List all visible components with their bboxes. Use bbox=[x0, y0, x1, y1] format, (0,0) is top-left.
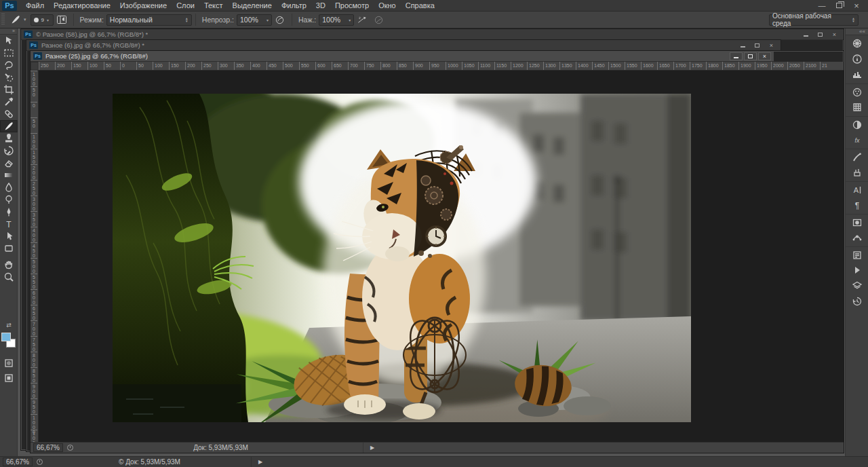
flow-select[interactable]: 100% ▾ bbox=[319, 14, 354, 26]
close-button[interactable]: × bbox=[765, 41, 778, 50]
horizontal-ruler[interactable]: 2502001501005005010015020025030035040045… bbox=[39, 62, 844, 71]
panel-paths[interactable] bbox=[846, 229, 868, 245]
app-document-size-field[interactable]: © Док: 5,93M/5,93M bbox=[48, 457, 252, 467]
rectangular-marquee-tool[interactable] bbox=[0, 47, 18, 59]
document-1-titlebar[interactable]: Ps © Разное (58).jpg @ 66,7% (RGB/8*) * … bbox=[21, 29, 844, 40]
screen-mode-button[interactable] bbox=[0, 372, 18, 384]
panel-masks[interactable] bbox=[846, 214, 868, 229]
panel-tool-presets[interactable] bbox=[846, 164, 868, 180]
menu-item[interactable]: 3D bbox=[311, 0, 330, 11]
eyedropper-tool[interactable] bbox=[0, 96, 18, 108]
move-tool[interactable] bbox=[0, 35, 18, 47]
toggle-brush-panel-icon[interactable] bbox=[54, 14, 70, 26]
panel-history[interactable] bbox=[846, 293, 868, 309]
type-tool[interactable]: T bbox=[0, 218, 18, 230]
panel-actions[interactable] bbox=[846, 262, 868, 278]
dodge-tool[interactable] bbox=[0, 193, 18, 206]
separator bbox=[195, 14, 196, 26]
document-size-field[interactable]: Док: 5,93M/5,93M bbox=[79, 443, 363, 453]
tablet-size-icon[interactable] bbox=[370, 14, 387, 26]
panel-brush[interactable] bbox=[846, 149, 868, 164]
menu-item[interactable]: Изображение bbox=[115, 0, 172, 11]
shape-tool[interactable] bbox=[0, 242, 18, 255]
menu-item[interactable]: Выделение bbox=[228, 0, 277, 11]
status-expand-button[interactable]: ▶ bbox=[363, 445, 381, 451]
panel-info[interactable] bbox=[846, 51, 868, 67]
panel-swatches[interactable] bbox=[846, 99, 868, 115]
document-2-titlebar[interactable]: Ps Разное (6).jpg @ 66,7% (RGB/8#) * × bbox=[26, 40, 781, 51]
brush-tool-icon[interactable] bbox=[7, 14, 24, 26]
panel-color[interactable] bbox=[846, 83, 868, 99]
eraser-tool[interactable] bbox=[0, 157, 18, 169]
menu-item[interactable]: Фильтр bbox=[277, 0, 311, 11]
canvas-viewport[interactable] bbox=[39, 71, 844, 442]
healing-brush-tool[interactable] bbox=[0, 108, 18, 120]
restore-button[interactable] bbox=[836, 3, 842, 8]
maximize-button[interactable] bbox=[814, 31, 827, 39]
panel-adjustments[interactable] bbox=[846, 116, 868, 132]
maximize-button[interactable] bbox=[751, 41, 764, 50]
document-window-3: Ps Разное (25).jpg @ 66,7% (RGB/8#) × 25… bbox=[30, 50, 844, 453]
app-zoom-level-field[interactable]: 66,67% bbox=[3, 457, 33, 466]
crop-tool[interactable] bbox=[0, 83, 18, 96]
panel-layers[interactable] bbox=[846, 278, 868, 293]
close-button[interactable]: × bbox=[852, 1, 861, 11]
menu-item[interactable]: Редактирование bbox=[49, 0, 115, 11]
swap-colors-icon[interactable]: ⇄ bbox=[1, 322, 17, 329]
opacity-select[interactable]: 100% ▾ bbox=[237, 14, 272, 26]
brush-preset-picker[interactable]: 9 ▾ bbox=[31, 14, 54, 26]
tool-presets-icon bbox=[852, 167, 863, 178]
panel-navigator[interactable] bbox=[846, 35, 868, 51]
zoom-tool[interactable] bbox=[0, 271, 18, 283]
panel-character[interactable]: A bbox=[846, 181, 868, 197]
opacity-value: 100% bbox=[240, 16, 264, 24]
close-button[interactable]: × bbox=[828, 31, 841, 39]
document-3-titlebar[interactable]: Ps Разное (25).jpg @ 66,7% (RGB/8#) × bbox=[31, 51, 774, 62]
minimize-button[interactable] bbox=[736, 41, 749, 50]
gradient-tool[interactable] bbox=[0, 169, 18, 181]
healing-brush-icon bbox=[3, 109, 14, 119]
menu-item[interactable]: Окно bbox=[374, 0, 401, 11]
swatches-grid-icon bbox=[852, 102, 863, 113]
status-expand-button[interactable]: ▶ bbox=[252, 459, 269, 465]
minimize-button[interactable]: — bbox=[817, 1, 827, 10]
path-selection-tool[interactable] bbox=[0, 230, 18, 242]
tablet-opacity-icon[interactable] bbox=[272, 14, 288, 26]
pen-tool[interactable] bbox=[0, 206, 18, 218]
minimize-button[interactable] bbox=[800, 31, 812, 39]
panel-paragraph[interactable]: ¶ bbox=[846, 197, 868, 212]
quick-mask-button[interactable] bbox=[0, 357, 18, 369]
blur-tool[interactable] bbox=[0, 181, 18, 193]
maximize-button[interactable] bbox=[744, 52, 757, 60]
workspace-switcher[interactable]: Основная рабочая среда ▲▼ bbox=[769, 14, 859, 26]
panel-histogram[interactable] bbox=[846, 67, 868, 82]
navigator-icon bbox=[852, 38, 863, 49]
menu-item[interactable]: Файл bbox=[21, 0, 49, 11]
close-button[interactable]: × bbox=[758, 52, 771, 60]
canvas-image-cyborg-tiger[interactable] bbox=[113, 94, 691, 422]
clone-stamp-tool[interactable] bbox=[0, 132, 18, 145]
menu-item[interactable]: Слои bbox=[172, 0, 199, 11]
lasso-tool[interactable] bbox=[0, 59, 18, 71]
caret-down-icon[interactable]: ▾ bbox=[24, 17, 26, 22]
panel-layer-comps[interactable] bbox=[846, 246, 868, 262]
panel-styles[interactable]: fx bbox=[846, 132, 868, 147]
mode-select[interactable]: Нормальный ▲▼ bbox=[106, 14, 192, 26]
airbrush-icon[interactable] bbox=[354, 14, 370, 26]
vertical-ruler[interactable]: 1005005010015020025030035040045050055060… bbox=[31, 71, 39, 442]
menu-item[interactable]: Справка bbox=[401, 0, 439, 11]
foreground-color-swatch[interactable] bbox=[1, 333, 11, 341]
hand-tool[interactable] bbox=[0, 259, 18, 271]
ruler-origin-box[interactable] bbox=[31, 62, 39, 71]
menu-item[interactable]: Текст bbox=[199, 0, 228, 11]
flow-value: 100% bbox=[322, 16, 346, 24]
history-brush-tool[interactable] bbox=[0, 145, 18, 157]
quick-selection-tool[interactable] bbox=[0, 71, 18, 83]
expand-panels-icon[interactable]: «« bbox=[846, 29, 868, 35]
brush-tool[interactable] bbox=[0, 120, 18, 132]
collapse-tools-icon[interactable]: » bbox=[0, 29, 17, 35]
menu-item[interactable]: Просмотр bbox=[330, 0, 374, 11]
options-grip[interactable] bbox=[1, 14, 5, 26]
zoom-level-field[interactable]: 66,67% bbox=[33, 443, 63, 452]
minimize-button[interactable] bbox=[730, 52, 743, 60]
